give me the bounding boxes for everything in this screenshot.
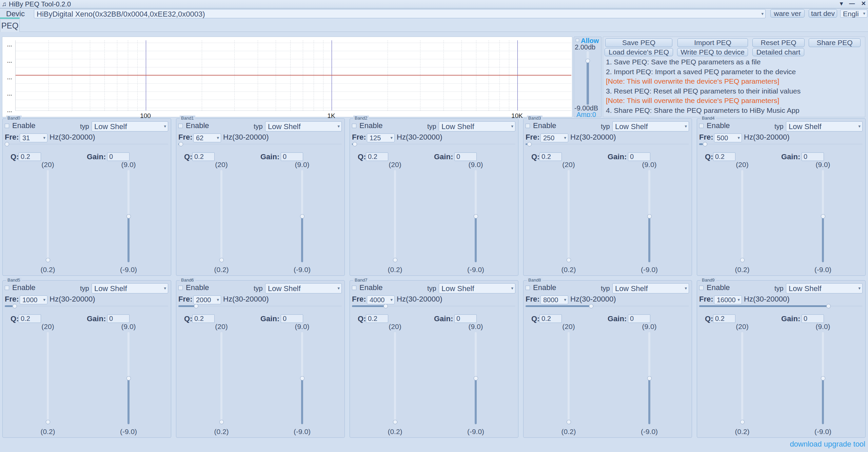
frequency-select[interactable]: 16000 ▾ [714, 295, 742, 304]
enable-checkbox[interactable] [699, 124, 704, 128]
q-slider-track[interactable] [394, 332, 396, 424]
save-peq-button[interactable]: Save PEQ [605, 38, 672, 47]
q-slider-handle[interactable] [393, 420, 397, 424]
gain-slider-handle[interactable] [821, 376, 825, 381]
filter-type-select[interactable]: Low Shelf ▾ [265, 121, 342, 131]
gain-input[interactable]: 0 [454, 152, 477, 161]
minimize-icon[interactable]: — [849, 0, 855, 7]
frequency-slider[interactable] [5, 142, 168, 146]
q-input[interactable]: 0.2 [192, 152, 215, 161]
load-device-peq-button[interactable]: Load device's PEQ [605, 48, 673, 56]
frequency-slider-handle[interactable] [5, 142, 9, 146]
frequency-slider[interactable] [699, 142, 863, 146]
enable-checkbox[interactable] [526, 286, 530, 290]
frequency-slider[interactable] [352, 142, 515, 146]
frequency-select[interactable]: 62 ▾ [193, 133, 221, 142]
restart-device-button[interactable]: tart dev [809, 9, 837, 18]
q-slider-track[interactable] [568, 170, 570, 262]
import-peq-button[interactable]: Import PEQ [677, 38, 748, 47]
allow-checkbox[interactable] [576, 39, 579, 42]
q-input[interactable]: 0.2 [539, 314, 562, 323]
enable-checkbox[interactable] [526, 124, 530, 128]
filter-type-select[interactable]: Low Shelf ▾ [612, 121, 689, 131]
gain-input[interactable]: 0 [802, 152, 824, 161]
gain-input[interactable]: 0 [107, 314, 130, 323]
filter-type-select[interactable]: Low Shelf ▾ [439, 283, 515, 293]
frequency-slider[interactable] [5, 304, 168, 308]
gain-slider-handle[interactable] [821, 214, 825, 219]
enable-checkbox[interactable] [352, 286, 356, 290]
gain-slider-handle[interactable] [126, 376, 131, 381]
frequency-slider-handle[interactable] [179, 142, 183, 146]
filter-type-select[interactable]: Low Shelf ▾ [92, 121, 168, 131]
frequency-select[interactable]: 4000 ▾ [367, 295, 395, 304]
amp-slider-handle[interactable] [586, 59, 590, 63]
frequency-select[interactable]: 8000 ▾ [540, 295, 568, 304]
gain-slider-handle[interactable] [300, 214, 304, 219]
frequency-slider-handle[interactable] [13, 304, 17, 308]
filter-type-select[interactable]: Low Shelf ▾ [612, 283, 689, 293]
close-icon[interactable]: ✕ [861, 0, 866, 7]
enable-checkbox[interactable] [699, 286, 704, 290]
frequency-slider-handle[interactable] [194, 304, 198, 308]
q-input[interactable]: 0.2 [539, 152, 562, 161]
q-input[interactable]: 0.2 [366, 152, 388, 161]
q-slider-handle[interactable] [219, 420, 224, 424]
share-peq-button[interactable]: Share PEQ [809, 38, 861, 47]
frequency-select[interactable]: 500 ▾ [714, 133, 742, 142]
reset-peq-button[interactable]: Reset PEQ [752, 38, 805, 47]
q-slider-handle[interactable] [567, 258, 571, 262]
download-upgrade-tool-link[interactable]: download upgrade tool [790, 440, 865, 449]
frequency-slider[interactable] [178, 304, 342, 308]
q-input[interactable]: 0.2 [713, 314, 735, 323]
filter-type-select[interactable]: Low Shelf ▾ [786, 121, 863, 131]
frequency-select[interactable]: 31 ▾ [20, 133, 47, 142]
frequency-select[interactable]: 2000 ▾ [193, 295, 221, 304]
frequency-select[interactable]: 250 ▾ [540, 133, 568, 142]
q-slider-handle[interactable] [740, 258, 745, 262]
frequency-slider-handle[interactable] [527, 142, 532, 146]
q-slider-track[interactable] [568, 332, 570, 424]
q-slider-track[interactable] [47, 170, 49, 262]
q-slider-track[interactable] [394, 170, 396, 262]
q-slider-handle[interactable] [567, 420, 571, 424]
q-slider-handle[interactable] [740, 420, 745, 424]
frequency-slider-handle[interactable] [703, 142, 707, 146]
gain-input[interactable]: 0 [802, 314, 824, 323]
write-peq-to-device-button[interactable]: Write PEQ to device [677, 48, 748, 56]
frequency-slider[interactable] [699, 304, 863, 308]
language-select[interactable]: Engli ▾ [840, 9, 867, 18]
gain-slider-handle[interactable] [474, 376, 478, 381]
gain-slider-handle[interactable] [647, 376, 652, 381]
gain-slider-handle[interactable] [474, 214, 478, 219]
gain-input[interactable]: 0 [628, 152, 650, 161]
q-input[interactable]: 0.2 [366, 314, 388, 323]
frequency-slider-handle[interactable] [383, 304, 388, 308]
detailed-chart-button[interactable]: Detailed chart [752, 48, 804, 56]
gain-input[interactable]: 0 [281, 152, 303, 161]
q-input[interactable]: 0.2 [713, 152, 735, 161]
enable-checkbox[interactable] [178, 124, 183, 128]
q-slider-handle[interactable] [46, 420, 50, 424]
frequency-slider[interactable] [526, 142, 689, 146]
frequency-slider[interactable] [178, 142, 342, 146]
frequency-slider[interactable] [526, 304, 689, 308]
frequency-slider-handle[interactable] [826, 304, 831, 308]
gain-input[interactable]: 0 [454, 314, 477, 323]
enable-checkbox[interactable] [178, 286, 183, 290]
gain-input[interactable]: 0 [107, 152, 130, 161]
enable-checkbox[interactable] [5, 286, 9, 290]
collapse-icon[interactable]: ▾ [840, 0, 843, 7]
q-slider-track[interactable] [741, 170, 743, 262]
frequency-select[interactable]: 1000 ▾ [20, 295, 47, 304]
filter-type-select[interactable]: Low Shelf ▾ [439, 121, 515, 131]
frequency-slider-handle[interactable] [589, 304, 593, 308]
q-slider-track[interactable] [47, 332, 49, 424]
enable-checkbox[interactable] [352, 124, 356, 128]
gain-slider-handle[interactable] [300, 376, 304, 381]
q-slider-track[interactable] [741, 332, 743, 424]
gain-input[interactable]: 0 [281, 314, 303, 323]
filter-type-select[interactable]: Low Shelf ▾ [92, 283, 168, 293]
filter-type-select[interactable]: Low Shelf ▾ [265, 283, 342, 293]
q-input[interactable]: 0.2 [19, 152, 41, 161]
